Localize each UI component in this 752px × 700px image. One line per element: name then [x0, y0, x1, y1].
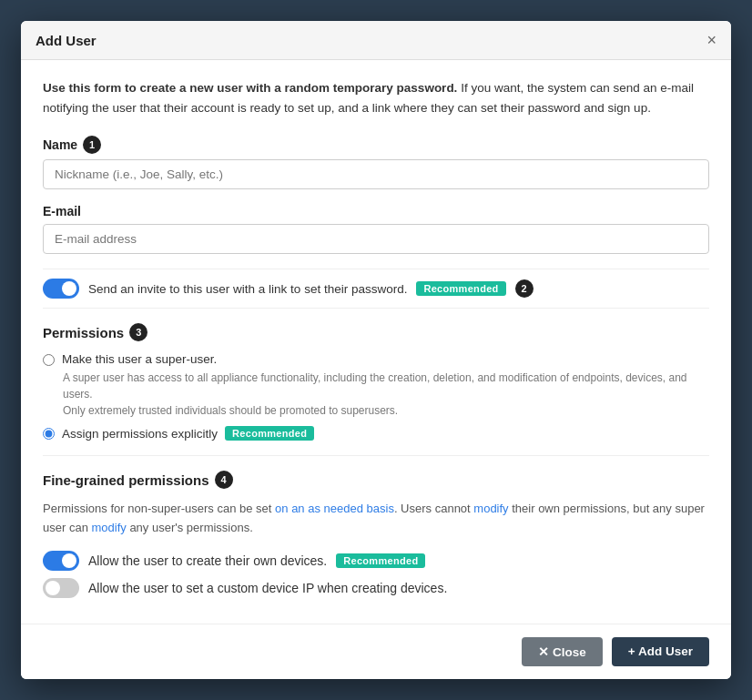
assign-label-row: Assign permissions explicitly Recommende… — [62, 426, 314, 441]
modal-close-button[interactable]: × — [706, 32, 716, 48]
invite-label: Send an invite to this user with a link … — [88, 282, 407, 296]
superuser-label[interactable]: Make this user a super-user. — [62, 352, 217, 366]
invite-toggle-row: Send an invite to this user with a link … — [43, 269, 709, 309]
invite-toggle[interactable] — [43, 279, 79, 299]
modal-overlay: Add User × Use this form to create a new… — [0, 0, 752, 700]
name-label: Name 1 — [43, 136, 709, 154]
intro-text: Use this form to create a new user with … — [43, 78, 709, 117]
permissions-radio-group: Make this user a super-user. A super use… — [43, 352, 709, 441]
superuser-description: A super user has access to all appliance… — [63, 370, 709, 419]
create-devices-label: Allow the user to create their own devic… — [88, 553, 327, 568]
custom-ip-slider[interactable] — [43, 578, 79, 598]
create-devices-toggle[interactable] — [43, 551, 79, 571]
step-1-badge: 1 — [83, 136, 101, 154]
step-3-badge: 3 — [129, 323, 147, 341]
permissions-title: Permissions 3 — [43, 323, 709, 341]
assign-label[interactable]: Assign permissions explicitly — [62, 427, 218, 441]
intro-part1: Use this form to create a new user with … — [43, 81, 457, 95]
custom-ip-toggle-row: Allow the user to set a custom device IP… — [43, 578, 709, 598]
custom-ip-label: Allow the user to set a custom device IP… — [88, 581, 447, 595]
modal-header: Add User × — [21, 21, 731, 60]
modal-title: Add User — [36, 33, 97, 48]
add-user-modal: Add User × Use this form to create a new… — [21, 21, 731, 679]
fine-grained-title: Fine-grained permissions 4 — [43, 471, 709, 489]
step-4-badge: 4 — [215, 471, 233, 489]
assign-radio[interactable] — [43, 428, 55, 440]
name-field-group: Name 1 — [43, 136, 709, 189]
fine-grained-desc: Permissions for non-super-users can be s… — [43, 500, 709, 538]
create-devices-toggle-row: Allow the user to create their own devic… — [43, 551, 709, 571]
step-2-badge: 2 — [515, 279, 534, 298]
invite-toggle-slider[interactable] — [43, 279, 79, 299]
permissions-section: Permissions 3 Make this user a super-use… — [43, 323, 709, 441]
modal-body: Use this form to create a new user with … — [21, 60, 731, 624]
create-devices-slider[interactable] — [43, 551, 79, 571]
superuser-radio[interactable] — [43, 354, 55, 366]
email-field-group: E-mail — [43, 204, 709, 254]
modal-footer: ✕ Close + Add User — [21, 624, 731, 679]
close-button[interactable]: ✕ Close — [522, 637, 603, 666]
assign-radio-item: Assign permissions explicitly Recommende… — [43, 426, 709, 441]
email-label: E-mail — [43, 204, 709, 218]
fine-grained-section: Fine-grained permissions 4 Permissions f… — [43, 471, 709, 598]
create-devices-recommended-badge: Recommended — [336, 553, 425, 568]
name-input[interactable] — [43, 159, 709, 189]
superuser-radio-item: Make this user a super-user. — [43, 352, 709, 366]
assign-recommended-badge: Recommended — [225, 426, 314, 441]
add-user-button[interactable]: + Add User — [612, 637, 709, 666]
invite-recommended-badge: Recommended — [416, 281, 505, 296]
custom-ip-toggle[interactable] — [43, 578, 79, 598]
divider — [43, 455, 709, 456]
email-input[interactable] — [43, 224, 709, 254]
